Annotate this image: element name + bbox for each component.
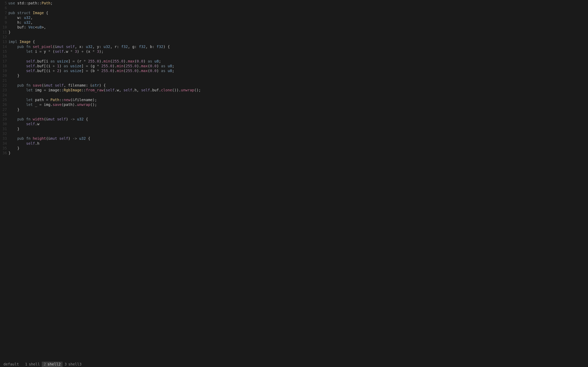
- code-line[interactable]: 24: [0, 93, 588, 98]
- line-number: 13: [0, 39, 9, 44]
- line-number: 9: [0, 20, 9, 25]
- code-line[interactable]: 5use std::path::Path;: [0, 1, 588, 6]
- code-line[interactable]: 26 let _ = img.save(path).unwrap();: [0, 102, 588, 107]
- code-content[interactable]: }: [9, 151, 11, 155]
- line-number: 12: [0, 35, 9, 39]
- line-number: 26: [0, 102, 9, 107]
- line-number: 19: [0, 68, 9, 73]
- code-line[interactable]: 23 let img = image::RgbImage::from_raw(s…: [0, 88, 588, 92]
- code-content[interactable]: pub fn save(&mut self, filename: &str) {: [9, 83, 106, 88]
- code-line[interactable]: 27 }: [0, 107, 588, 112]
- line-number: 33: [0, 136, 9, 141]
- code-content[interactable]: self.buf[(i + 1) as usize] = (g * 255.0)…: [9, 64, 174, 68]
- code-content[interactable]: let img = image::RgbImage::from_raw(self…: [9, 88, 201, 92]
- line-number: 25: [0, 98, 9, 102]
- line-number: 11: [0, 30, 9, 35]
- code-content[interactable]: }: [9, 107, 19, 112]
- code-line[interactable]: 30 self.w: [0, 122, 588, 126]
- code-content[interactable]: pub struct Image {: [9, 10, 48, 15]
- code-line[interactable]: 16: [0, 54, 588, 59]
- code-content[interactable]: pub fn height(&mut self) -> u32 {: [9, 136, 90, 141]
- line-number: 20: [0, 73, 9, 78]
- tmux-window-name: shell2: [47, 362, 61, 367]
- code-line[interactable]: 14 pub fn set_pixel(&mut self, x: u32, y…: [0, 44, 588, 49]
- code-line[interactable]: 20 }: [0, 73, 588, 78]
- code-line[interactable]: 28: [0, 112, 588, 117]
- code-line[interactable]: 32: [0, 131, 588, 136]
- line-number: 32: [0, 131, 9, 136]
- tmux-window-index: 2: [44, 362, 46, 367]
- line-number: 18: [0, 64, 9, 68]
- code-line[interactable]: 8 w: u32,: [0, 15, 588, 20]
- line-number: 16: [0, 54, 9, 59]
- line-number: 29: [0, 117, 9, 122]
- code-content[interactable]: w: u32,: [9, 15, 33, 20]
- code-line[interactable]: 15 let i = y * (self.w * 3) + (x * 3);: [0, 49, 588, 54]
- status-bar: default 1shell2shell23shell3: [0, 362, 588, 367]
- code-line[interactable]: 6: [0, 6, 588, 10]
- line-number: 34: [0, 141, 9, 146]
- line-number: 21: [0, 78, 9, 83]
- tmux-window-tab-shell2[interactable]: 2shell2: [42, 362, 63, 367]
- code-content[interactable]: let path = Path::new(&filename);: [9, 98, 97, 102]
- line-number: 36: [0, 151, 9, 155]
- code-line[interactable]: 31 }: [0, 126, 588, 131]
- line-number: 5: [0, 1, 9, 6]
- tmux-window-tab-shell[interactable]: 1shell: [23, 362, 42, 367]
- line-number: 14: [0, 44, 9, 49]
- code-editor[interactable]: 5use std::path::Path;67pub struct Image …: [0, 0, 588, 362]
- line-number: 22: [0, 83, 9, 88]
- code-content[interactable]: use std::path::Path;: [9, 1, 53, 6]
- code-line[interactable]: 22 pub fn save(&mut self, filename: &str…: [0, 83, 588, 88]
- code-content[interactable]: self.h: [9, 141, 39, 146]
- line-number: 17: [0, 59, 9, 64]
- code-content[interactable]: }: [9, 146, 19, 151]
- line-number: 31: [0, 126, 9, 131]
- tmux-window-tab-shell3[interactable]: 3shell3: [63, 362, 83, 367]
- code-line[interactable]: 34 self.h: [0, 141, 588, 146]
- tmux-window-name: shell3: [68, 362, 82, 367]
- line-number: 6: [0, 6, 9, 10]
- code-line[interactable]: 11}: [0, 30, 588, 35]
- line-number: 30: [0, 122, 9, 126]
- code-line[interactable]: 25 let path = Path::new(&filename);: [0, 98, 588, 102]
- code-line[interactable]: 36}: [0, 151, 588, 155]
- code-line[interactable]: 29 pub fn width(&mut self) -> u32 {: [0, 117, 588, 122]
- code-content[interactable]: let i = y * (self.w * 3) + (x * 3);: [9, 49, 104, 54]
- code-content[interactable]: }: [9, 30, 11, 35]
- line-number: 7: [0, 10, 9, 15]
- code-content[interactable]: impl Image {: [9, 39, 35, 44]
- code-content[interactable]: self.buf[(i + 2) as usize] = (b * 255.0)…: [9, 68, 174, 73]
- code-content[interactable]: pub fn set_pixel(&mut self, x: u32, y: u…: [9, 44, 170, 49]
- code-content[interactable]: self.buf[i as usize] = (r * 255.0).min(2…: [9, 59, 161, 64]
- code-line[interactable]: 9 h: u32,: [0, 20, 588, 25]
- code-content[interactable]: buf: Vec<u8>,: [9, 25, 46, 30]
- code-line[interactable]: 18 self.buf[(i + 1) as usize] = (g * 255…: [0, 64, 588, 68]
- code-line[interactable]: 21: [0, 78, 588, 83]
- code-content[interactable]: let _ = img.save(path).unwrap();: [9, 102, 97, 107]
- tmux-window-index: 3: [64, 362, 67, 367]
- code-content[interactable]: h: u32,: [9, 20, 33, 25]
- line-number: 10: [0, 25, 9, 30]
- code-line[interactable]: 12: [0, 35, 588, 39]
- code-line[interactable]: 17 self.buf[i as usize] = (r * 255.0).mi…: [0, 59, 588, 64]
- line-number: 23: [0, 88, 9, 92]
- code-line[interactable]: 35 }: [0, 146, 588, 151]
- code-line[interactable]: 33 pub fn height(&mut self) -> u32 {: [0, 136, 588, 141]
- line-number: 28: [0, 112, 9, 117]
- tmux-window-name: shell: [29, 362, 40, 367]
- code-content[interactable]: }: [9, 126, 19, 131]
- code-line[interactable]: 10 buf: Vec<u8>,: [0, 25, 588, 30]
- code-line[interactable]: 19 self.buf[(i + 2) as usize] = (b * 255…: [0, 68, 588, 73]
- tmux-session-name: default: [3, 362, 19, 367]
- code-content[interactable]: }: [9, 73, 19, 78]
- line-number: 8: [0, 15, 9, 20]
- tmux-window-index: 1: [25, 362, 27, 367]
- code-line[interactable]: 13impl Image {: [0, 39, 588, 44]
- line-number: 24: [0, 93, 9, 98]
- code-content[interactable]: pub fn width(&mut self) -> u32 {: [9, 117, 88, 122]
- line-number: 35: [0, 146, 9, 151]
- code-line[interactable]: 7pub struct Image {: [0, 10, 588, 15]
- code-content[interactable]: self.w: [9, 122, 39, 126]
- line-number: 27: [0, 107, 9, 112]
